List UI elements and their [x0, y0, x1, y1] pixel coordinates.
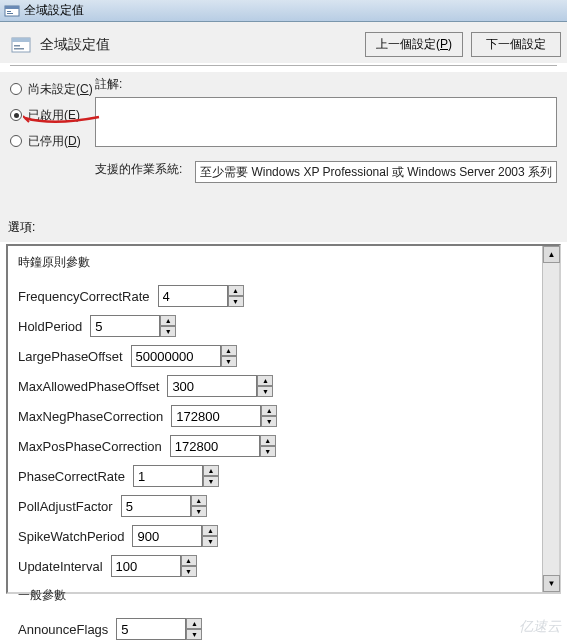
spin-down-button[interactable]: ▼ [181, 566, 197, 577]
spinner-UpdateInterval: ▲ ▼ [111, 555, 197, 577]
param-row-MaxPosPhaseCorrection: MaxPosPhaseCorrection ▲ ▼ [18, 431, 532, 461]
radio-not-configured[interactable]: 尚未設定(C) [10, 76, 95, 102]
spinner-HoldPeriod: ▲ ▼ [90, 315, 176, 337]
window-title: 全域設定值 [24, 2, 84, 19]
policy-icon [10, 34, 32, 56]
spinner-input[interactable] [158, 285, 228, 307]
spin-up-button[interactable]: ▲ [181, 555, 197, 566]
spin-up-button[interactable]: ▲ [257, 375, 273, 386]
spinner-FrequencyCorrectRate: ▲ ▼ [158, 285, 244, 307]
svg-rect-1 [5, 6, 19, 9]
spinner-input[interactable] [167, 375, 257, 397]
param-row-SpikeWatchPeriod: SpikeWatchPeriod ▲ ▼ [18, 521, 532, 551]
param-label: LargePhaseOffset [18, 349, 123, 364]
radio-icon [10, 135, 22, 147]
header: 全域設定值 上一個設定(P) 下一個設定 [0, 22, 567, 63]
param-row-LargePhaseOffset: LargePhaseOffset ▲ ▼ [18, 341, 532, 371]
svg-rect-7 [14, 48, 24, 50]
spin-up-button[interactable]: ▲ [228, 285, 244, 296]
page-title: 全域設定值 [40, 36, 110, 54]
state-radio-group: 尚未設定(C) 已啟用(E) 已停用(D) [10, 72, 95, 183]
spin-up-button[interactable]: ▲ [260, 435, 276, 446]
radio-disabled[interactable]: 已停用(D) [10, 128, 95, 154]
param-row-PollAdjustFactor: PollAdjustFactor ▲ ▼ [18, 491, 532, 521]
scroll-down-button[interactable]: ▼ [543, 575, 560, 592]
spinner-input[interactable] [170, 435, 260, 457]
svg-rect-5 [12, 38, 30, 42]
param-row-MaxNegPhaseCorrection: MaxNegPhaseCorrection ▲ ▼ [18, 401, 532, 431]
param-label: MaxPosPhaseCorrection [18, 439, 162, 454]
spin-down-button[interactable]: ▼ [260, 446, 276, 457]
spin-down-button[interactable]: ▼ [202, 536, 218, 547]
spin-down-button[interactable]: ▼ [186, 629, 202, 640]
app-icon [4, 3, 20, 19]
spin-up-button[interactable]: ▲ [186, 618, 202, 629]
spinner-MaxAllowedPhaseOffset: ▲ ▼ [167, 375, 273, 397]
scrollbar[interactable]: ▲ ▼ [542, 246, 559, 592]
spin-up-button[interactable]: ▲ [202, 525, 218, 536]
spinner-AnnounceFlags: ▲ ▼ [116, 618, 202, 640]
param-label: SpikeWatchPeriod [18, 529, 124, 544]
divider [10, 65, 557, 66]
supported-os-value: 至少需要 Windows XP Professional 或 Windows S… [195, 161, 557, 183]
spinner-input[interactable] [132, 525, 202, 547]
spin-up-button[interactable]: ▲ [160, 315, 176, 326]
param-row-HoldPeriod: HoldPeriod ▲ ▼ [18, 311, 532, 341]
spinner-input[interactable] [121, 495, 191, 517]
spin-down-button[interactable]: ▼ [203, 476, 219, 487]
svg-rect-3 [7, 13, 13, 14]
spinner-input[interactable] [171, 405, 261, 427]
param-label: MaxNegPhaseCorrection [18, 409, 163, 424]
options-heading: 選項: [0, 189, 567, 242]
spinner-PollAdjustFactor: ▲ ▼ [121, 495, 207, 517]
param-label: FrequencyCorrectRate [18, 289, 150, 304]
param-label: HoldPeriod [18, 319, 82, 334]
param-label: AnnounceFlags [18, 622, 108, 637]
param-row-UpdateInterval: UpdateInterval ▲ ▼ [18, 551, 532, 581]
spinner-PhaseCorrectRate: ▲ ▼ [133, 465, 219, 487]
radio-icon [10, 109, 22, 121]
spin-down-button[interactable]: ▼ [221, 356, 237, 367]
param-label: PollAdjustFactor [18, 499, 113, 514]
param-label: UpdateInterval [18, 559, 103, 574]
spin-down-button[interactable]: ▼ [261, 416, 277, 427]
spinner-MaxPosPhaseCorrection: ▲ ▼ [170, 435, 276, 457]
spin-up-button[interactable]: ▲ [203, 465, 219, 476]
next-setting-button[interactable]: 下一個設定 [471, 32, 561, 57]
spinner-input[interactable] [116, 618, 186, 640]
radio-enabled[interactable]: 已啟用(E) [10, 102, 95, 128]
spin-down-button[interactable]: ▼ [257, 386, 273, 397]
scroll-up-button[interactable]: ▲ [543, 246, 560, 263]
spinner-input[interactable] [133, 465, 203, 487]
spinner-SpikeWatchPeriod: ▲ ▼ [132, 525, 218, 547]
supported-os-label: 支援的作業系統: [95, 161, 195, 178]
param-label: MaxAllowedPhaseOffset [18, 379, 159, 394]
spinner-input[interactable] [131, 345, 221, 367]
options-panel: 時鐘原則參數 FrequencyCorrectRate ▲ ▼ HoldPeri… [6, 244, 561, 594]
spinner-input[interactable] [111, 555, 181, 577]
spin-down-button[interactable]: ▼ [160, 326, 176, 337]
spin-down-button[interactable]: ▼ [191, 506, 207, 517]
param-row-AnnounceFlags: AnnounceFlags ▲ ▼ [18, 614, 532, 642]
prev-setting-button[interactable]: 上一個設定(P) [365, 32, 463, 57]
comment-textarea[interactable] [95, 97, 557, 147]
svg-rect-2 [7, 11, 11, 12]
comment-label: 註解: [95, 72, 557, 93]
param-row-MaxAllowedPhaseOffset: MaxAllowedPhaseOffset ▲ ▼ [18, 371, 532, 401]
svg-rect-6 [14, 45, 20, 47]
upper-panel: 尚未設定(C) 已啟用(E) 已停用(D) 註解: 支援的作業系統: 至少需要 … [0, 72, 567, 189]
param-row-FrequencyCorrectRate: FrequencyCorrectRate ▲ ▼ [18, 281, 532, 311]
spinner-input[interactable] [90, 315, 160, 337]
section-clock-policy: 時鐘原則參數 [18, 254, 532, 271]
section-general: 一般參數 [18, 587, 532, 604]
spin-up-button[interactable]: ▲ [261, 405, 277, 416]
spinner-MaxNegPhaseCorrection: ▲ ▼ [171, 405, 277, 427]
spinner-LargePhaseOffset: ▲ ▼ [131, 345, 237, 367]
spin-down-button[interactable]: ▼ [228, 296, 244, 307]
param-label: PhaseCorrectRate [18, 469, 125, 484]
spin-up-button[interactable]: ▲ [191, 495, 207, 506]
window-titlebar: 全域設定值 [0, 0, 567, 22]
spin-up-button[interactable]: ▲ [221, 345, 237, 356]
param-row-PhaseCorrectRate: PhaseCorrectRate ▲ ▼ [18, 461, 532, 491]
radio-icon [10, 83, 22, 95]
